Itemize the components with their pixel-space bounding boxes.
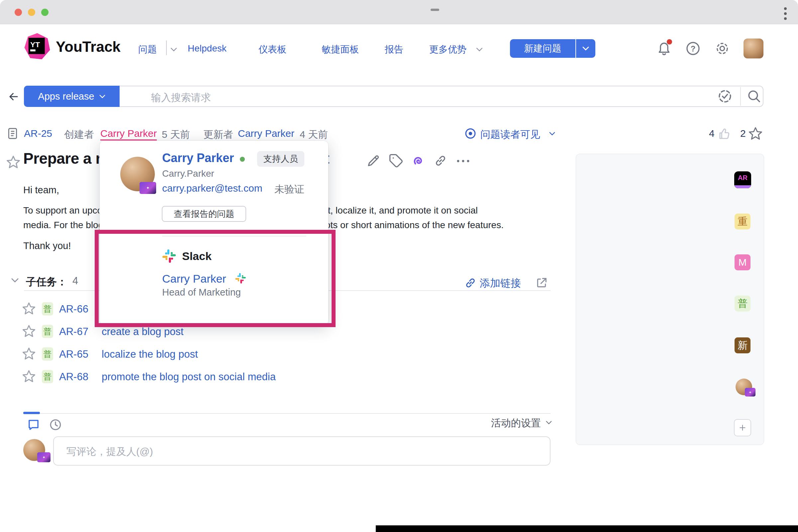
type-badge[interactable]: M (735, 254, 750, 270)
popup-avatar-overlay-badge: ✦ (140, 182, 156, 194)
tag-icon[interactable] (389, 153, 403, 168)
svg-text:YT: YT (30, 40, 40, 49)
created-label: 创建者 (64, 128, 94, 141)
new-issue-button[interactable]: 新建问题 (510, 39, 575, 58)
project-context-button[interactable]: Apps release (24, 86, 119, 107)
visibility-target-icon[interactable] (464, 127, 477, 140)
subtasks-label[interactable]: 子任务： (26, 275, 67, 289)
notification-badge-dot (667, 39, 672, 44)
window-zoom-button[interactable] (41, 8, 49, 16)
state-badge[interactable]: 新 (735, 337, 750, 353)
subtask-summary[interactable]: localize the blog post (102, 348, 198, 360)
nav-dashboards[interactable]: 仪表板 (258, 43, 286, 56)
search-input[interactable]: 输入搜索请求 (151, 91, 211, 104)
created-by-link[interactable]: Carry Parker (100, 128, 157, 139)
search-bar (24, 86, 763, 107)
add-link-label[interactable]: 添加链接 (480, 276, 521, 290)
search-divider (740, 87, 741, 106)
complexity-badge[interactable]: 重 (735, 213, 750, 229)
visibility-label[interactable]: 问题读者可见 (480, 128, 540, 141)
updated-by-link[interactable]: Carry Parker (238, 128, 294, 139)
stars-count: 2 (740, 128, 746, 139)
project-avatar-badge[interactable]: AR (734, 171, 751, 188)
open-links-external-icon[interactable] (535, 276, 548, 289)
avatar-overlay-badge: ✦ (37, 452, 51, 462)
subtask-star-icon[interactable] (22, 324, 36, 338)
assignee-avatar-overlay-badge: ✦ (745, 388, 756, 397)
active-tab-indicator (23, 412, 40, 414)
likes-count: 4 (709, 128, 715, 139)
updated-label: 更新者 (203, 128, 233, 141)
smart-search-check-icon[interactable] (717, 88, 733, 104)
svg-text:?: ? (691, 44, 696, 53)
subtask-id[interactable]: AR-65 (59, 348, 88, 360)
subtask-priority-badge[interactable]: 普 (42, 325, 53, 338)
visibility-chevron-icon[interactable] (549, 132, 555, 136)
ai-spiral-icon[interactable] (411, 153, 426, 169)
activity-divider (24, 413, 551, 414)
issue-id[interactable]: AR-25 (24, 128, 52, 139)
subtask-summary[interactable]: promote the blog post on social media (102, 371, 276, 383)
history-clock-icon[interactable] (49, 418, 62, 432)
window-close-button[interactable] (15, 8, 22, 16)
subtask-priority-badge[interactable]: 普 (42, 347, 53, 361)
issue-copy-icon[interactable] (6, 127, 19, 140)
subtask-star-icon[interactable] (22, 369, 36, 383)
nav-issues-chevron-icon[interactable] (170, 47, 178, 52)
search-icon[interactable] (746, 88, 762, 104)
subtasks-collapse-chevron-icon[interactable] (11, 278, 19, 283)
youtrack-logo-icon[interactable]: YT (23, 33, 51, 60)
new-issue-dropdown-button[interactable] (576, 39, 595, 58)
window-minimize-button[interactable] (28, 8, 35, 16)
desktop-strip (376, 525, 798, 532)
description-greeting: Hi team, (23, 185, 59, 195)
user-avatar[interactable] (743, 39, 763, 58)
nav-issues-divider (166, 40, 167, 55)
subtask-id[interactable]: AR-67 (59, 326, 88, 338)
activity-settings-label[interactable]: 活动的设置 (491, 416, 541, 430)
link-icon[interactable] (433, 153, 448, 168)
subtask-id[interactable]: AR-66 (59, 303, 88, 315)
logo-wordmark[interactable]: YouTrack (56, 39, 120, 55)
updated-ago: 4 天前 (300, 128, 328, 141)
back-arrow-icon[interactable] (7, 90, 20, 103)
titlebar-notch-mark (430, 8, 439, 11)
subtask-priority-badge[interactable]: 普 (42, 302, 53, 316)
add-to-board-button[interactable] (734, 419, 751, 436)
issue-star-icon[interactable] (748, 126, 763, 141)
priority-badge[interactable]: 普 (735, 296, 750, 311)
thumbs-up-icon[interactable] (718, 127, 731, 141)
subtask-star-icon[interactable] (22, 347, 36, 361)
add-link-chain-icon[interactable] (464, 276, 477, 289)
nav-reports[interactable]: 报告 (385, 43, 403, 56)
settings-gear-icon[interactable] (714, 40, 730, 56)
comment-placeholder: 写评论，提及人(@) (67, 445, 153, 459)
more-actions-icon[interactable] (456, 159, 470, 164)
nav-more[interactable]: 更多优势 (429, 43, 466, 56)
nav-helpdesk[interactable]: Helpdesk (188, 43, 227, 54)
subtask-priority-badge[interactable]: 普 (42, 370, 53, 383)
popup-user-name[interactable]: Carry Parker (162, 151, 234, 165)
nav-issues[interactable]: 问题 (138, 43, 157, 56)
title-star-icon[interactable] (6, 155, 21, 169)
popup-username: Carry.Parker (162, 168, 214, 179)
edit-pencil-icon[interactable] (366, 153, 381, 168)
view-reported-issues-button[interactable]: 查看报告的问题 (162, 206, 246, 222)
nav-more-chevron-icon[interactable] (476, 47, 483, 52)
online-status-dot (240, 157, 245, 162)
popup-email-link[interactable]: carry.parker@test.com (162, 183, 262, 194)
help-icon[interactable]: ? (685, 40, 701, 56)
subtask-star-icon[interactable] (22, 302, 36, 316)
app-window: YT YouTrack 问题 Helpdesk 仪表板 敏捷面板 报告 更多优势… (0, 0, 798, 532)
nav-agile-boards[interactable]: 敏捷面板 (321, 43, 359, 56)
popup-role-badge: 支持人员 (257, 151, 304, 167)
window-titlebar (0, 0, 798, 24)
subtask-id[interactable]: AR-68 (59, 371, 88, 383)
highlight-rectangle (95, 230, 336, 327)
project-avatar-strip (734, 185, 751, 188)
activity-settings-chevron-icon[interactable] (545, 420, 552, 425)
comments-tab-icon[interactable] (26, 418, 40, 432)
kebab-menu-icon[interactable] (783, 7, 788, 21)
popup-email-status: 未验证 (274, 183, 304, 196)
subtask-summary[interactable]: create a blog post (102, 326, 183, 338)
